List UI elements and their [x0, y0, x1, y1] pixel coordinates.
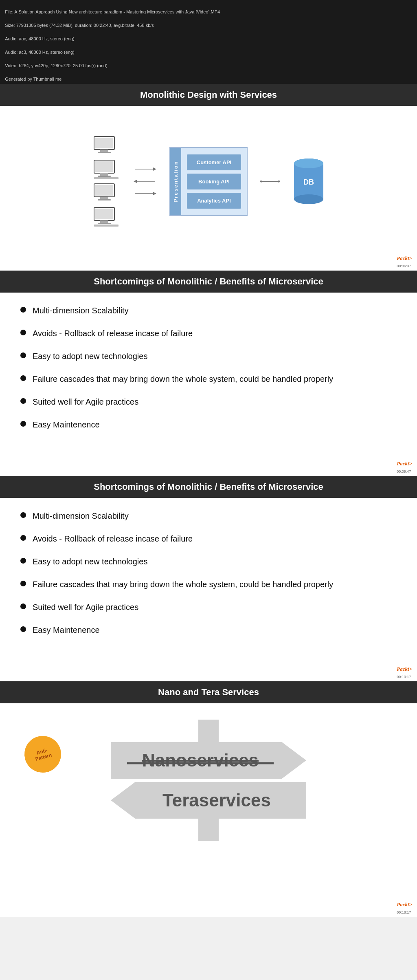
bullet-dot: [20, 626, 26, 632]
bullet-dot: [20, 307, 26, 313]
svg-rect-15: [100, 220, 108, 223]
bullet-text: Multi-dimension Scalability: [33, 305, 129, 316]
svg-rect-16: [98, 223, 111, 224]
slide4-content: Anti-Pattern Nanoservices Teraservices: [0, 703, 417, 899]
meta-line4: Audio: ac3, 48000 Hz, stereo (eng): [5, 50, 75, 55]
bullet-dot: [20, 398, 26, 404]
svg-marker-26: [260, 180, 261, 183]
slide3-packt: Packt> 00:13:17: [397, 665, 412, 680]
slide2-timestamp: 00:09:47: [397, 469, 411, 473]
svg-rect-2: [100, 150, 108, 152]
bullet-dot: [20, 535, 26, 541]
svg-rect-5: [95, 161, 113, 172]
bullet-text: Easy to adopt new technologies: [33, 350, 147, 362]
meta-line3: Audio: aac, 48000 Hz, stereo (eng): [5, 36, 75, 41]
slide3-bullet-list: Multi-dimension Scalability Avoids - Rol…: [20, 510, 397, 636]
computer-icon-4: [92, 207, 121, 227]
bullet-text: Avoids - Rollback of release incase of f…: [33, 533, 193, 544]
bullet-item: Multi-dimension Scalability: [20, 510, 397, 522]
bullet-item: Avoids - Rollback of release incase of f…: [20, 533, 397, 544]
svg-rect-7: [98, 176, 111, 177]
slide2-content: Multi-dimension Scalability Avoids - Rol…: [0, 293, 417, 458]
slide1-packt-logo: Packt>: [397, 255, 412, 261]
bullet-dot: [20, 603, 26, 609]
bullet-text: Failure cascades that may bring down the…: [33, 373, 333, 385]
slide3-content: Multi-dimension Scalability Avoids - Rol…: [0, 498, 417, 663]
slide1-timestamp: 00:06:37: [397, 264, 411, 268]
analytics-api-box: Analytics API: [187, 193, 241, 209]
slide2-header: Shortcomings of Monolithic / Benefits of…: [0, 271, 417, 293]
api-stack: Customer API Booking API Analytics API: [181, 148, 247, 215]
clients-group: [92, 136, 121, 227]
customer-api-box: Customer API: [187, 154, 241, 170]
slide1-packt-area: Packt> 00:06:37: [0, 253, 417, 271]
meta-line6: Generated by Thumbnail me: [5, 77, 61, 81]
slide1-header: Monolithic Design with Services: [0, 84, 417, 106]
bullet-dot: [20, 352, 26, 358]
slide4-packt-area: Packt> 00:18:17: [0, 899, 417, 917]
bottom-arrow-box: [198, 819, 219, 841]
bullet-item: Suited well for Agile practices: [20, 601, 397, 613]
svg-rect-12: [98, 199, 111, 200]
slide2-bullet-list: Multi-dimension Scalability Avoids - Rol…: [20, 305, 397, 430]
svg-marker-19: [153, 167, 156, 171]
bullet-text: Easy to adopt new technologies: [33, 556, 147, 567]
db-container: DB: [292, 157, 325, 206]
slide3-header: Shortcomings of Monolithic / Benefits of…: [0, 476, 417, 498]
bullet-item: Failure cascades that may bring down the…: [20, 373, 397, 385]
tera-sign-svg: Teraservices: [111, 782, 306, 819]
bullet-dot: [20, 375, 26, 381]
svg-rect-10: [95, 185, 113, 196]
bullet-dot: [20, 512, 26, 518]
svg-rect-3: [98, 152, 111, 153]
svg-text:Teraservices: Teraservices: [162, 790, 271, 810]
bullet-item: Easy Maintenence: [20, 419, 397, 430]
anti-pattern-label: Anti-Pattern: [33, 747, 52, 762]
svg-rect-8: [94, 177, 119, 179]
svg-text:Nanoservices: Nanoservices: [142, 750, 259, 770]
svg-rect-14: [95, 209, 113, 219]
bullet-item: Easy to adopt new technologies: [20, 556, 397, 567]
db-cylinder-svg: DB: [292, 157, 325, 206]
anti-pattern-tag: Anti-Pattern: [20, 732, 65, 777]
meta-line1: File: A Solution Approach Using New arch…: [5, 9, 220, 14]
bullet-item: Suited well for Agile practices: [20, 396, 397, 407]
bullet-text: Failure cascades that may bring down the…: [33, 579, 333, 590]
db-arrow-svg: [260, 175, 280, 187]
svg-marker-23: [153, 192, 156, 195]
computer-icon-2: [92, 159, 121, 180]
bullet-item: Easy to adopt new technologies: [20, 350, 397, 362]
h-arrows: [133, 161, 157, 202]
slide2-packt-logo: Packt>: [397, 460, 412, 467]
slide1-packt: Packt> 00:06:37: [397, 254, 412, 269]
svg-rect-6: [100, 173, 108, 176]
slide2-packt: Packt> 00:09:47: [397, 460, 412, 474]
bullet-text: Multi-dimension Scalability: [33, 510, 129, 522]
bullet-text: Easy Maintenence: [33, 419, 100, 430]
bullet-dot: [20, 421, 26, 427]
top-arrow-box: [198, 720, 219, 742]
slide3-packt-logo: Packt>: [397, 666, 412, 672]
svg-rect-17: [94, 225, 119, 227]
slide3-packt-area: Packt> 00:13:17: [0, 663, 417, 681]
presentation-label: Presentation: [170, 148, 181, 215]
bullet-item: Avoids - Rollback of release incase of f…: [20, 328, 397, 339]
bullet-text: Suited well for Agile practices: [33, 601, 138, 613]
bullet-text: Suited well for Agile practices: [33, 396, 138, 407]
svg-text:DB: DB: [303, 178, 314, 186]
svg-marker-25: [279, 180, 280, 183]
computer-icon-3: [92, 183, 121, 203]
slide4-timestamp: 00:18:17: [397, 910, 411, 914]
bullet-dot: [20, 558, 26, 564]
bullet-text: Easy Maintenence: [33, 624, 100, 636]
svg-point-29: [294, 194, 323, 204]
meta-line2: Size: 77931305 bytes (74.32 MiB), durati…: [5, 23, 154, 28]
meta-line5: Video: h264, yuv420p, 1280x720, 25.00 fp…: [5, 63, 108, 68]
monolith-box: Presentation Customer API Booking API An…: [169, 147, 248, 216]
slide1-diagram: Presentation Customer API Booking API An…: [0, 106, 417, 253]
arrows-svg: [133, 161, 157, 202]
bullet-text: Avoids - Rollback of release incase of f…: [33, 328, 193, 339]
slide4-header: Nano and Tera Services: [0, 681, 417, 703]
computer-icon-1: [92, 136, 121, 156]
bullet-dot: [20, 330, 26, 335]
